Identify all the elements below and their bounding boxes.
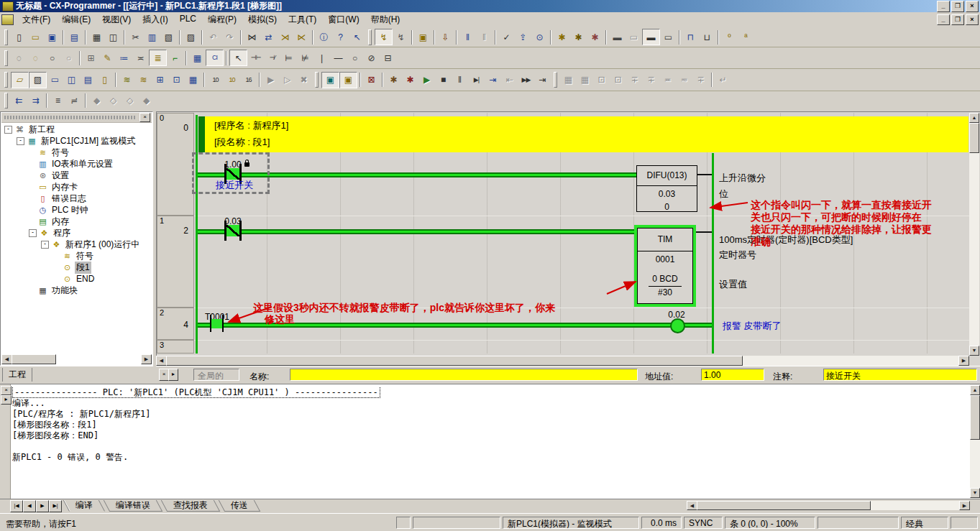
pause-monitoring-button[interactable]: ‖: [459, 29, 476, 45]
tree-item-section1[interactable]: ⊙段1: [1, 262, 152, 273]
sim-stop-button[interactable]: ■: [435, 73, 452, 88]
list-top-button[interactable]: ≓: [66, 93, 83, 108]
tree-item-section-end[interactable]: ⊙END: [1, 273, 152, 285]
menu-item-6[interactable]: 模拟(S): [242, 12, 283, 27]
monitor-window-4-button[interactable]: ▭: [660, 29, 677, 45]
rung-list-button[interactable]: ≔: [116, 50, 132, 65]
tree-item-programs[interactable]: -❖程序: [1, 227, 152, 239]
address-input[interactable]: 1.00: [701, 369, 764, 381]
paste-button[interactable]: ▧: [160, 29, 177, 45]
monitor-decimal-button[interactable]: 10: [207, 73, 224, 88]
mdi-child-icon[interactable]: [1, 14, 14, 25]
tree-item-memory[interactable]: ▤内存: [1, 216, 152, 227]
sim-run-to-break-button[interactable]: ⇥: [534, 73, 551, 88]
toolbar-grip[interactable]: [4, 29, 8, 45]
minimize-button[interactable]: _: [937, 1, 950, 12]
output-tab-1[interactable]: 编译错误: [104, 500, 163, 512]
monitor-window-1-button[interactable]: ▬: [609, 29, 626, 45]
address-reference-button[interactable]: ≣: [149, 50, 167, 66]
force-on-button[interactable]: ▶: [262, 73, 279, 88]
replace-button[interactable]: ⇄: [260, 29, 277, 45]
output-next-icon[interactable]: ▸: [1, 395, 12, 405]
io-gray-7-button[interactable]: ≖: [659, 73, 676, 88]
print-button[interactable]: ▦: [88, 29, 105, 45]
monitor-signed-decimal-button[interactable]: 10: [224, 73, 240, 88]
new-vertical-button[interactable]: |: [313, 50, 330, 65]
tree-item-error-log[interactable]: ▯错误日志: [1, 193, 152, 204]
toolbar-grip[interactable]: [368, 29, 372, 45]
program-transfer-button[interactable]: ⇪: [515, 29, 531, 45]
new-or-contact-button[interactable]: ⊨: [280, 50, 297, 65]
help-button[interactable]: ?: [332, 29, 349, 45]
zoom-out-button[interactable]: ○: [60, 50, 77, 65]
expand-toggle-icon[interactable]: -: [17, 137, 24, 145]
view-ladder-button[interactable]: ▨: [29, 72, 47, 88]
menu-item-4[interactable]: PLC: [174, 12, 202, 27]
sim-run-button[interactable]: ▶: [418, 73, 435, 88]
binary-monitor-button[interactable]: ▦: [185, 73, 201, 88]
tree-item-settings[interactable]: ⊛设置: [1, 170, 152, 181]
menu-item-2[interactable]: 视图(V): [96, 12, 137, 27]
paste-special-button[interactable]: ▨: [183, 29, 199, 45]
print-preview-button[interactable]: ◫: [105, 29, 122, 45]
force-off-button[interactable]: ▷: [279, 73, 296, 88]
cut-button[interactable]: ✂: [127, 29, 144, 45]
mark-2-button[interactable]: ◇: [105, 93, 122, 108]
mdi-close-button[interactable]: ×: [966, 14, 979, 25]
io-gray-1-button[interactable]: ▦: [560, 73, 577, 88]
new-coil-button[interactable]: ○: [347, 50, 363, 65]
save-button[interactable]: ▣: [44, 29, 60, 45]
redo-button[interactable]: ↷: [221, 29, 238, 45]
drag-grip[interactable]: [4, 116, 137, 119]
cycle-time-button[interactable]: ⊔: [699, 29, 715, 45]
option-a-button[interactable]: º: [721, 29, 738, 45]
global-symbols-button[interactable]: ≋: [135, 73, 152, 88]
online-edit-button[interactable]: ▣: [415, 29, 431, 45]
restore-button[interactable]: ❐: [951, 1, 964, 12]
io-gray-4-button[interactable]: ⊡: [610, 73, 626, 88]
find-symbol-button[interactable]: ⋊: [277, 29, 293, 45]
close-button[interactable]: ×: [966, 1, 979, 12]
return-gray-button[interactable]: ↵: [715, 73, 731, 88]
force-cancel-button[interactable]: ✖: [296, 73, 312, 88]
work-online-button[interactable]: ↯: [375, 29, 393, 45]
output-tab-2[interactable]: 查找报表: [161, 500, 221, 512]
toolbar-grip[interactable]: [4, 50, 8, 66]
ladder-vertical-scrollbar[interactable]: ▲ ▼: [969, 113, 979, 356]
name-input[interactable]: [290, 369, 638, 381]
tab-last-icon[interactable]: ▶|: [49, 500, 62, 512]
transfer-to-plc-button[interactable]: ⇩: [437, 29, 454, 45]
select-mode-button[interactable]: ↖: [229, 50, 247, 66]
menu-item-9[interactable]: 帮助(H): [365, 12, 406, 27]
outdent-button[interactable]: ⇉: [27, 93, 44, 108]
menu-item-0[interactable]: 文件(F): [17, 12, 56, 27]
mdi-restore-button[interactable]: ❐: [951, 14, 964, 25]
io-gray-9-button[interactable]: ∓: [692, 73, 709, 88]
io-gray-5-button[interactable]: ∓: [626, 73, 643, 88]
expand-toggle-icon[interactable]: -: [29, 229, 37, 237]
ladder-horizontal-scrollbar[interactable]: ◀ ▶: [156, 356, 969, 366]
sim-pause-button[interactable]: ‖: [452, 73, 468, 88]
ci-dialog-button[interactable]: CI: [206, 50, 224, 66]
simulator-exit-button[interactable]: ⊠: [363, 73, 380, 88]
new-contact-nc-button[interactable]: ⊣⁄: [264, 50, 280, 65]
zoom-in-button[interactable]: ○: [44, 50, 60, 65]
tree-item-io-table[interactable]: ▥IO表和单元设置: [1, 158, 152, 170]
copy-button[interactable]: ▥: [144, 29, 160, 45]
dialog-view-button[interactable]: ⊡: [168, 73, 185, 88]
io-gray-6-button[interactable]: ∓: [643, 73, 659, 88]
tree-item-function-blocks[interactable]: ▦功能块: [1, 285, 152, 296]
sim-step-run-button[interactable]: ▶|: [468, 73, 485, 88]
tree-close-icon[interactable]: ×: [139, 113, 150, 122]
comment-edit-button[interactable]: ✎: [99, 50, 116, 65]
section-view-button[interactable]: ⊞: [152, 73, 168, 88]
pause-button[interactable]: ‖: [476, 29, 493, 45]
view-io-comment-button[interactable]: ▤: [80, 73, 96, 88]
find-button[interactable]: ⋈: [244, 29, 260, 45]
sim-step-out-button[interactable]: ⇤: [501, 73, 518, 88]
page-setup-button[interactable]: ▤: [66, 29, 83, 45]
expand-toggle-icon[interactable]: -: [4, 126, 12, 134]
view-mnemonic-button[interactable]: ▱: [11, 72, 29, 88]
new-instruction-button[interactable]: ⊟: [380, 50, 396, 65]
new-coil-nc-button[interactable]: ⊘: [363, 50, 380, 65]
